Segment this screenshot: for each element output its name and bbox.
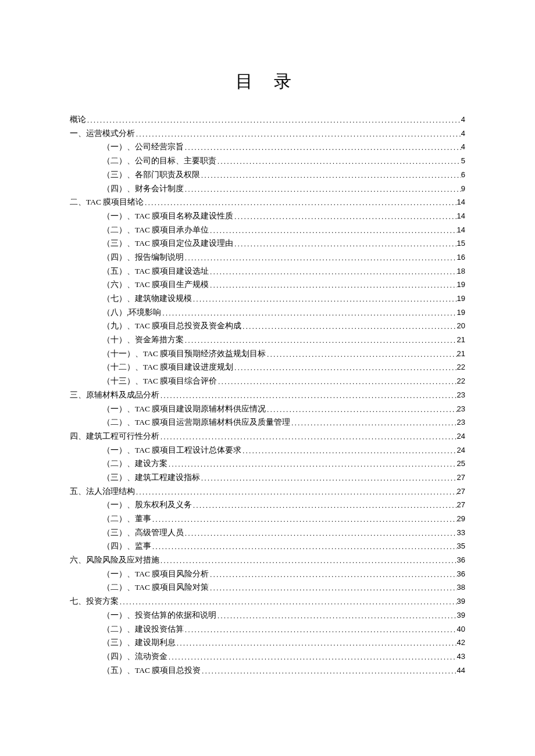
- toc-entry[interactable]: （一）、TAC 膜项目工程设计总体要求24: [70, 446, 465, 454]
- toc-leader-dots: [233, 364, 456, 371]
- toc-entry-page: 19: [457, 281, 465, 288]
- toc-leader-dots: [184, 186, 461, 193]
- toc-entry[interactable]: 五、法人治理结构27: [70, 488, 465, 496]
- toc-entry-label: （二）、TAC 膜项目运营期原辅材料供应及质量管理: [102, 418, 290, 427]
- toc-entry[interactable]: （四）、监事35: [70, 542, 465, 550]
- toc-entry[interactable]: （一）、投资估算的依据和说明39: [70, 611, 465, 619]
- toc-entry[interactable]: （三）、建设期利息42: [70, 639, 465, 647]
- toc-entry-label: 五、法人治理结构: [70, 488, 135, 496]
- toc-entry-label: （十三）、TAC 膜项目综合评价: [102, 377, 217, 385]
- toc-entry[interactable]: （六）、TAC 膜项目生产规模19: [70, 281, 465, 289]
- toc-entry-label: （三）、建设期利息: [102, 639, 176, 647]
- toc-entry[interactable]: （五）、TAC 膜项目总投资44: [70, 667, 465, 675]
- toc-leader-dots: [135, 131, 461, 138]
- toc-entry[interactable]: （四）、流动资金43: [70, 653, 465, 661]
- toc-entry[interactable]: （二）、建设投资估算40: [70, 625, 465, 633]
- toc-leader-dots: [184, 144, 461, 151]
- toc-entry[interactable]: 概论4: [70, 116, 465, 124]
- toc-entry[interactable]: （一）、股东权利及义务27: [70, 501, 465, 509]
- toc-entry-label: （五）、TAC 膜项目总投资: [102, 667, 201, 675]
- toc-leader-dots: [241, 323, 456, 330]
- toc-entry-label: （四）、监事: [102, 542, 151, 550]
- toc-leader-dots: [209, 571, 456, 578]
- toc-entry-page: 23: [457, 391, 465, 399]
- toc-entry-label: （二）、公司的目标、主要职责: [102, 157, 216, 165]
- toc-entry[interactable]: （一）、TAC 膜项目风险分析36: [70, 570, 465, 578]
- toc-leader-dots: [200, 475, 457, 482]
- toc-leader-dots: [216, 612, 457, 619]
- toc-entry[interactable]: （八）,环境影响19: [70, 309, 465, 317]
- toc-entry[interactable]: 三、原辅材料及成品分析23: [70, 391, 465, 399]
- toc-entry[interactable]: （二）、TAC 膜项目风险对策38: [70, 583, 465, 592]
- toc-entry-page: 14: [457, 226, 465, 234]
- toc-leader-dots: [192, 296, 457, 303]
- toc-entry-label: （四）、报告编制说明: [102, 253, 184, 261]
- toc-entry-label: （三）、高级管理人员: [102, 529, 184, 537]
- toc-entry-label: （一）、投资估算的依据和说明: [102, 611, 216, 619]
- toc-entry-label: （九）、TAC 膜项目总投资及资金构成: [102, 322, 241, 330]
- toc-entry-label: （十）、资金筹措方案: [102, 336, 184, 344]
- toc-entry[interactable]: （二）、TAC 膜项目运营期原辅材料供应及质量管理23: [70, 418, 465, 427]
- toc-entry-label: 二、TAC 膜项目绪论: [70, 198, 144, 206]
- toc-entry[interactable]: （十三）、TAC 膜项目综合评价22: [70, 377, 465, 385]
- toc-entry-page: 22: [457, 363, 465, 371]
- toc-entry-page: 36: [457, 570, 465, 578]
- toc-leader-dots: [216, 158, 461, 165]
- toc-entry[interactable]: 二、TAC 膜项目绪论14: [70, 198, 465, 206]
- toc-entry[interactable]: （一）、TAC 膜项目建设期原辅材料供应情况23: [70, 405, 465, 413]
- toc-entry-label: （六）、TAC 膜项目生产规模: [102, 281, 209, 289]
- toc-entry[interactable]: （二）、TAC 膜项目承办单位14: [70, 226, 465, 234]
- toc-entry-label: （二）、建设方案: [102, 460, 167, 468]
- toc-entry-page: 44: [457, 667, 465, 674]
- toc-leader-dots: [209, 227, 456, 234]
- toc-entry-label: （一）、TAC 膜项目建设期原辅材料供应情况: [102, 405, 266, 413]
- toc-leader-dots: [266, 406, 456, 413]
- toc-leader-dots: [159, 433, 457, 440]
- toc-entry[interactable]: 七、投资方案39: [70, 597, 465, 605]
- toc-leader-dots: [209, 268, 456, 275]
- toc-entry[interactable]: 四、建筑工程可行性分析24: [70, 432, 465, 440]
- toc-entry[interactable]: （二）、公司的目标、主要职责5: [70, 157, 465, 165]
- toc-entry-label: （四）、流动资金: [102, 653, 167, 661]
- toc-entry[interactable]: （十二）、TAC 膜项目建设进度规划22: [70, 363, 465, 371]
- toc-leader-dots: [209, 585, 456, 592]
- toc-entry-label: （十一）、TAC 膜项目预期经济效益规划目标: [102, 350, 266, 358]
- toc-entry[interactable]: 一、运营模式分析4: [70, 130, 465, 138]
- toc-entry-page: 4: [461, 116, 465, 123]
- toc-entry[interactable]: （二）、建设方案25: [70, 460, 465, 468]
- toc-entry-page: 27: [457, 488, 465, 495]
- toc-entry[interactable]: （七）、建筑物建设规模19: [70, 295, 465, 303]
- toc-entry[interactable]: 六、风险风险及应对措施36: [70, 556, 465, 564]
- toc-entry[interactable]: （一）、TAC 膜项目名称及建设性质14: [70, 212, 465, 220]
- toc-entry-label: （三）、建筑工程建设指标: [102, 474, 200, 482]
- toc-entry-label: 七、投资方案: [70, 597, 119, 605]
- toc-entry[interactable]: （四）、财务会计制度9: [70, 185, 465, 193]
- toc-entry-page: 6: [461, 171, 465, 178]
- toc-entry-page: 38: [457, 583, 465, 591]
- toc-entry[interactable]: （三）、TAC 膜项目定位及建设理由15: [70, 239, 465, 248]
- toc-leader-dots: [209, 282, 456, 289]
- toc-entry[interactable]: （二）、董事29: [70, 515, 465, 523]
- toc-entry[interactable]: （一）、公司经营宗旨4: [70, 143, 465, 151]
- toc-entry[interactable]: （五）、TAC 膜项目建设选址18: [70, 267, 465, 275]
- toc-leader-dots: [201, 668, 456, 675]
- toc-leader-dots: [135, 489, 457, 496]
- toc-entry-label: （十二）、TAC 膜项目建设进度规划: [102, 363, 233, 371]
- toc-entry[interactable]: （四）、报告编制说明16: [70, 253, 465, 261]
- toc-leader-dots: [290, 420, 456, 427]
- toc-entry[interactable]: （十）、资金筹措方案21: [70, 336, 465, 344]
- toc-entry[interactable]: （三）、各部门职责及权限6: [70, 171, 465, 179]
- toc-leader-dots: [86, 117, 461, 124]
- toc-leader-dots: [184, 255, 457, 261]
- toc-entry-label: （一）、公司经营宗旨: [102, 143, 184, 151]
- toc-entry-page: 15: [457, 239, 465, 247]
- toc-entry[interactable]: （九）、TAC 膜项目总投资及资金构成20: [70, 322, 465, 330]
- toc-entry[interactable]: （三）、建筑工程建设指标27: [70, 474, 465, 482]
- toc-entry-page: 33: [457, 529, 465, 536]
- toc-entry[interactable]: （十一）、TAC 膜项目预期经济效益规划目标21: [70, 350, 465, 358]
- toc-entry-label: （三）、各部门职责及权限: [102, 171, 200, 179]
- toc-entry-label: 六、风险风险及应对措施: [70, 556, 159, 564]
- toc-leader-dots: [184, 337, 457, 344]
- toc-entry[interactable]: （三）、高级管理人员33: [70, 529, 465, 537]
- toc-entry-page: 36: [457, 556, 465, 564]
